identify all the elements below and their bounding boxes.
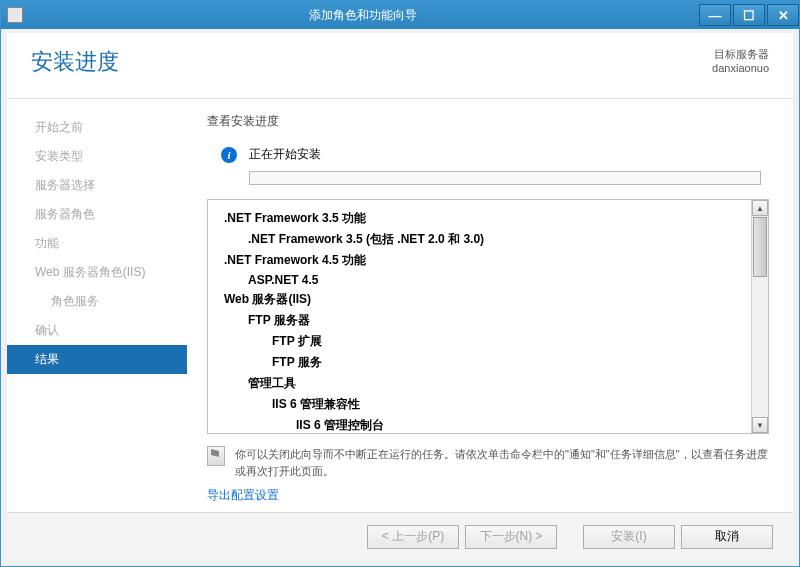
cancel-button[interactable]: 取消 xyxy=(681,525,773,549)
wizard-content: 查看安装进度 i 正在开始安装 .NET Framework 3.5 功能.NE… xyxy=(187,99,793,512)
nav-item[interactable]: 角色服务 xyxy=(7,287,187,316)
target-server-label: 目标服务器 xyxy=(712,47,769,62)
note-text: 你可以关闭此向导而不中断正在运行的任务。请依次单击命令栏中的"通知"和"任务详细… xyxy=(235,446,769,479)
feature-item: FTP 服务器 xyxy=(224,310,750,331)
close-button[interactable]: ✕ xyxy=(767,4,799,26)
nav-item[interactable]: 服务器选择 xyxy=(7,171,187,200)
feature-item: IIS 6 管理兼容性 xyxy=(224,394,750,415)
nav-item[interactable]: 功能 xyxy=(7,229,187,258)
wizard-body: 安装进度 目标服务器 danxiaonuo 开始之前安装类型服务器选择服务器角色… xyxy=(1,29,799,566)
previous-button[interactable]: < 上一步(P) xyxy=(367,525,459,549)
feature-item: IIS 6 管理控制台 xyxy=(224,415,750,433)
info-icon: i xyxy=(221,147,237,163)
wizard-footer: < 上一步(P) 下一步(N) > 安装(I) 取消 xyxy=(7,512,793,560)
nav-item[interactable]: 开始之前 xyxy=(7,113,187,142)
nav-item[interactable]: 结果 xyxy=(7,345,187,374)
feature-item: .NET Framework 3.5 (包括 .NET 2.0 和 3.0) xyxy=(224,229,750,250)
features-panel: .NET Framework 3.5 功能.NET Framework 3.5 … xyxy=(207,199,769,434)
features-list[interactable]: .NET Framework 3.5 功能.NET Framework 3.5 … xyxy=(208,200,750,433)
install-button[interactable]: 安装(I) xyxy=(583,525,675,549)
next-button[interactable]: 下一步(N) > xyxy=(465,525,557,549)
scroll-down-button[interactable]: ▼ xyxy=(752,417,768,433)
progress-label: 查看安装进度 xyxy=(207,113,769,130)
page-heading: 安装进度 xyxy=(31,47,769,77)
scroll-thumb[interactable] xyxy=(753,217,767,277)
status-text: 正在开始安装 xyxy=(249,146,321,163)
titlebar: 添加角色和功能向导 — ☐ ✕ xyxy=(1,1,799,29)
feature-item: .NET Framework 3.5 功能 xyxy=(224,208,750,229)
scroll-up-button[interactable]: ▲ xyxy=(752,200,768,216)
wizard-main: 开始之前安装类型服务器选择服务器角色功能Web 服务器角色(IIS)角色服务确认… xyxy=(7,99,793,512)
maximize-button[interactable]: ☐ xyxy=(733,4,765,26)
status-row: i 正在开始安装 xyxy=(207,146,769,163)
feature-item: FTP 服务 xyxy=(224,352,750,373)
progress-bar xyxy=(249,171,761,185)
target-server-info: 目标服务器 danxiaonuo xyxy=(712,47,769,74)
flag-icon xyxy=(207,446,225,466)
nav-item[interactable]: 安装类型 xyxy=(7,142,187,171)
wizard-nav: 开始之前安装类型服务器选择服务器角色功能Web 服务器角色(IIS)角色服务确认… xyxy=(7,99,187,512)
feature-item: .NET Framework 4.5 功能 xyxy=(224,250,750,271)
minimize-button[interactable]: — xyxy=(699,4,731,26)
feature-item: FTP 扩展 xyxy=(224,331,750,352)
nav-item[interactable]: 服务器角色 xyxy=(7,200,187,229)
nav-item[interactable]: Web 服务器角色(IIS) xyxy=(7,258,187,287)
wizard-window: 添加角色和功能向导 — ☐ ✕ 安装进度 目标服务器 danxiaonuo 开始… xyxy=(0,0,800,567)
wizard-header: 安装进度 目标服务器 danxiaonuo xyxy=(7,33,793,99)
target-server-name: danxiaonuo xyxy=(712,62,769,74)
feature-item: 管理工具 xyxy=(224,373,750,394)
feature-item: Web 服务器(IIS) xyxy=(224,289,750,310)
scrollbar[interactable]: ▲ ▼ xyxy=(751,200,768,433)
app-icon xyxy=(7,7,23,23)
export-config-link[interactable]: 导出配置设置 xyxy=(207,487,769,504)
info-note: 你可以关闭此向导而不中断正在运行的任务。请依次单击命令栏中的"通知"和"任务详细… xyxy=(207,446,769,479)
window-title: 添加角色和功能向导 xyxy=(29,7,697,24)
feature-item: ASP.NET 4.5 xyxy=(224,271,750,289)
nav-item[interactable]: 确认 xyxy=(7,316,187,345)
